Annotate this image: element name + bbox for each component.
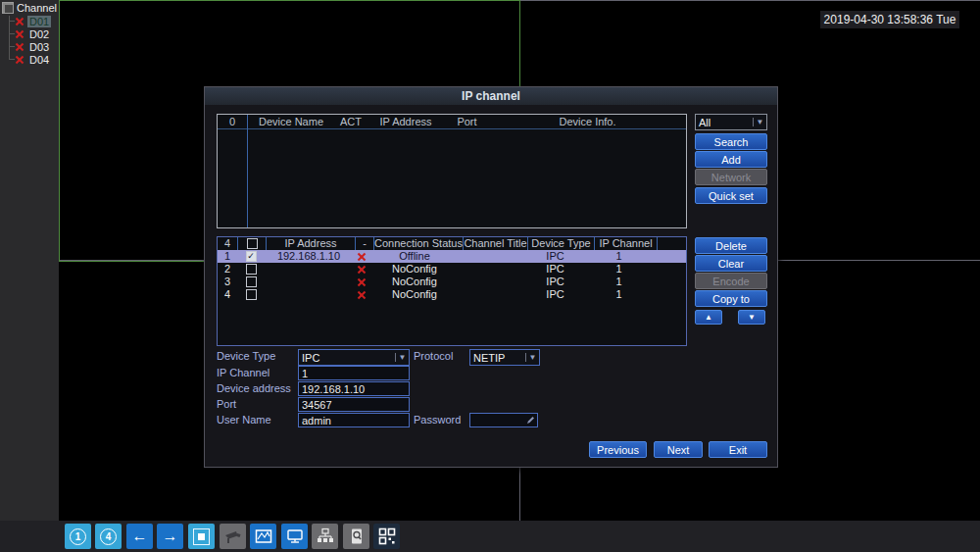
row-checkbox[interactable] [246,289,257,300]
device-type-label: Device Type [217,349,275,364]
copy-to-button[interactable]: Copy to [695,290,767,307]
clear-button[interactable]: Clear [695,255,767,272]
next-channel-button[interactable]: → [157,524,183,549]
quad-view-icon: 4 [100,528,117,545]
channel-item-d01[interactable]: D01 [15,15,51,27]
tree-line [9,16,10,60]
stop-tour-button[interactable] [188,524,215,549]
dvr-screen: Channel D01 D02 D03 D04 2019-04-30 13:58… [0,0,980,552]
device-address-label: Device address [217,381,291,396]
column-separator [247,115,248,227]
output-adjust-button[interactable] [281,524,308,549]
select-all-checkbox[interactable] [247,238,258,249]
system-info-button[interactable] [373,524,400,549]
device-row-1[interactable]: 1 ✓ 192.168.1.10 Offline IPC 1 [218,250,686,263]
network-status-button[interactable] [312,524,338,549]
channel-item-d03[interactable]: D03 [15,40,51,53]
device-row-4[interactable]: 4 NoConfig IPC 1 [218,288,686,301]
stop-square-icon [193,528,210,545]
row-checkbox-checked[interactable]: ✓ [246,251,257,262]
color-setting-button[interactable] [250,524,276,549]
storage-search-button[interactable] [343,524,369,549]
channel-tree-header[interactable]: Channel [2,1,71,14]
single-view-button[interactable]: 1 [65,524,91,549]
dialog-title: IP channel [205,87,777,105]
right-arrow-icon: → [163,528,178,544]
single-view-icon: 1 [70,528,86,545]
device-table[interactable]: 4 IP Address - Connection Status Channel… [217,236,687,346]
waveform-icon [255,527,272,545]
monitor-icon [286,527,304,545]
hdd-magnifier-icon [348,527,366,545]
move-down-button[interactable]: ▼ [738,310,765,325]
offline-x-icon [15,42,24,52]
protocol-label: Protocol [414,349,453,364]
device-address-input[interactable] [298,381,410,396]
left-sidebar [0,0,59,521]
device-row-3[interactable]: 3 NoConfig IPC 1 [218,276,686,288]
ip-channel-label: IP Channel [217,366,270,380]
status-x-icon [357,252,367,262]
port-label: Port [217,397,236,412]
encode-button: Encode [695,273,767,289]
left-arrow-icon: ← [132,528,148,544]
offline-x-icon [15,55,24,65]
device-count: 4 [218,237,238,250]
channel-tree-title: Channel [17,2,57,14]
offline-x-icon [15,17,24,26]
down-arrow-icon: ▼ [748,313,756,322]
network-tree-icon [317,527,334,545]
status-x-icon [357,265,367,275]
delete-button[interactable]: Delete [695,237,767,254]
move-up-button[interactable]: ▲ [695,310,722,325]
qr-grid-icon [378,527,396,545]
channel-item-d02[interactable]: D02 [15,27,51,40]
user-name-input[interactable] [298,413,410,427]
password-label: Password [414,413,461,427]
ip-channel-dialog: IP channel 0 Device Name ACT IP Address … [204,86,778,468]
port-input[interactable] [298,397,410,412]
protocol-dropdown[interactable]: NETIP ▼ [469,349,540,366]
exit-button[interactable]: Exit [709,441,767,458]
bottom-toolbar: 1 4 ← → [0,521,980,552]
chevron-down-icon: ▼ [753,118,766,126]
ptz-control-button[interactable] [220,524,246,549]
ip-channel-input[interactable] [298,366,410,380]
status-x-icon [357,290,367,300]
up-arrow-icon: ▲ [705,313,712,322]
quick-set-button[interactable]: Quick set [695,187,767,204]
password-field-wrap [469,413,538,427]
search-table-header: 0 Device Name ACT IP Address Port Device… [218,115,686,129]
next-button[interactable]: Next [654,441,703,458]
channel-panel-icon [2,2,14,14]
row-checkbox[interactable] [246,276,257,287]
device-table-header: 4 IP Address - Connection Status Channel… [218,237,686,250]
chevron-down-icon: ▼ [395,353,409,362]
search-count: 0 [218,115,247,128]
search-button[interactable]: Search [695,133,767,150]
row-checkbox[interactable] [246,264,257,275]
previous-channel-button[interactable]: ← [126,524,153,549]
ptz-camera-icon [224,527,242,545]
pen-icon [526,416,535,425]
user-name-label: User Name [217,413,271,427]
offline-x-icon [15,29,24,39]
add-button[interactable]: Add [695,151,767,168]
network-button: Network [695,169,767,185]
filter-dropdown[interactable]: All ▼ [695,114,767,130]
device-row-2[interactable]: 2 NoConfig IPC 1 [218,263,686,276]
channel-tree: Channel D01 D02 D03 D04 [2,1,71,14]
previous-button[interactable]: Previous [589,441,647,458]
channel-item-d04[interactable]: D04 [15,53,51,66]
status-x-icon [357,277,367,287]
system-clock: 2019-04-30 13:58:36 Tue [820,11,959,28]
chevron-down-icon: ▼ [525,353,539,362]
quad-view-button[interactable]: 4 [95,524,122,549]
device-type-dropdown[interactable]: IPC ▼ [298,349,410,366]
search-results-table[interactable]: 0 Device Name ACT IP Address Port Device… [217,114,687,228]
